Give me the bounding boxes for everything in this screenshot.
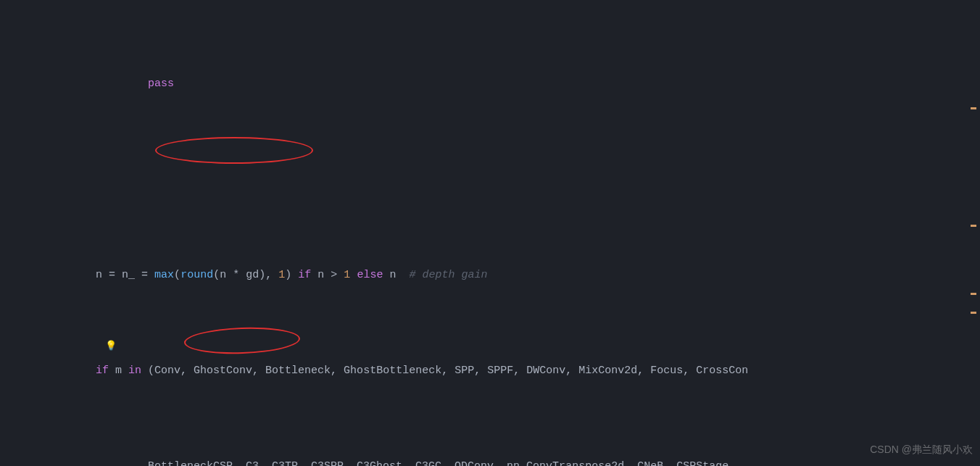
keyword-pass: pass	[148, 78, 174, 90]
scrollbar[interactable]	[970, 0, 979, 466]
code-line[interactable]: pass	[43, 72, 980, 96]
scrollbar-marker	[971, 293, 976, 295]
intention-bulb-icon[interactable]: 💡	[105, 334, 117, 358]
scrollbar-marker	[971, 225, 976, 227]
scrollbar-marker	[971, 312, 976, 314]
code-line[interactable]	[43, 167, 980, 191]
watermark-text: CSDN @弗兰随风小欢	[870, 438, 973, 462]
code-line[interactable]: if m in (Conv, GhostConv, Bottleneck, Gh…	[43, 359, 980, 383]
comment: # depth gain	[409, 269, 487, 281]
code-editor[interactable]: pass n = n_ = max(round(n * gd), 1) if n…	[0, 0, 980, 466]
code-line[interactable]: BottleneckCSP, C3, C3TR, C3SPP, C3Ghost,…	[43, 454, 980, 466]
code-line[interactable]: n = n_ = max(round(n * gd), 1) if n > 1 …	[43, 263, 980, 287]
scrollbar-marker	[971, 107, 976, 109]
